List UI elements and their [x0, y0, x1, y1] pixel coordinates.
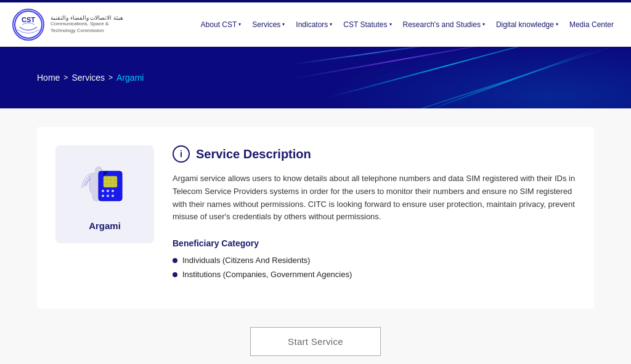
service-title-row: i Service Description: [173, 145, 576, 163]
content-card: Argami i Service Description Argami serv…: [37, 127, 594, 309]
nav-research-studies[interactable]: Research's and Studies ▾: [398, 17, 490, 33]
header: CST هيئة الاتصالات والفضاء والتقنية Comm…: [0, 2, 631, 47]
svg-rect-4: [104, 176, 117, 187]
main-content: Argami i Service Description Argami serv…: [0, 108, 631, 364]
main-nav: About CST ▾ Services ▾ Indicators ▾ CST …: [148, 17, 619, 33]
service-label: Argami: [89, 220, 121, 231]
nav-cst-statutes[interactable]: CST Statutes ▾: [338, 17, 396, 33]
breadcrumb-home[interactable]: Home: [37, 73, 60, 83]
cst-logo: CST: [12, 9, 44, 41]
chevron-down-icon: ▾: [482, 22, 485, 27]
beneficiary-item-1: Individuals (Citizens And Residents): [173, 256, 576, 265]
info-icon: i: [173, 145, 190, 163]
svg-point-10: [102, 190, 104, 192]
svg-point-13: [102, 195, 104, 197]
service-title: Service Description: [196, 147, 311, 161]
bullet-icon: [173, 272, 177, 277]
breadcrumb-sep-1: >: [63, 73, 68, 82]
beneficiary-list: Individuals (Citizens And Residents) Ins…: [173, 256, 576, 279]
sim-card-icon: [77, 158, 132, 213]
chevron-down-icon: ▾: [282, 22, 285, 27]
chevron-down-icon: ▾: [389, 22, 392, 27]
svg-text:CST: CST: [22, 16, 35, 23]
logo-arabic: هيئة الاتصالات والفضاء والتقنية: [51, 15, 123, 21]
start-service-section: Start Service: [37, 327, 594, 356]
breadcrumb: Home > Services > Argami: [37, 73, 144, 83]
service-description-panel: i Service Description Argami service all…: [173, 145, 576, 284]
svg-point-15: [112, 195, 114, 197]
svg-point-12: [112, 190, 114, 192]
nav-media-center[interactable]: Media Center: [564, 17, 619, 33]
hero-banner: Home > Services > Argami: [0, 47, 631, 108]
logo-english-2: Technology Commission: [51, 28, 123, 34]
chevron-down-icon: ▾: [556, 22, 558, 27]
logo-english-1: Communications, Space &: [51, 21, 123, 27]
logo-area: CST هيئة الاتصالات والفضاء والتقنية Comm…: [12, 9, 148, 41]
start-service-button[interactable]: Start Service: [250, 327, 381, 356]
beneficiary-category-title: Beneficiary Category: [173, 238, 576, 248]
svg-point-0: [15, 11, 42, 38]
breadcrumb-current: Argami: [116, 73, 144, 83]
chevron-down-icon: ▾: [330, 22, 332, 27]
nav-about-cst[interactable]: About CST ▾: [196, 17, 246, 33]
breadcrumb-sep-2: >: [108, 73, 113, 82]
svg-point-11: [107, 190, 109, 192]
nav-indicators[interactable]: Indicators ▾: [291, 17, 337, 33]
logo-text: هيئة الاتصالات والفضاء والتقنية Communic…: [51, 15, 123, 34]
nav-services[interactable]: Services ▾: [247, 17, 290, 33]
svg-point-14: [107, 195, 109, 197]
beneficiary-item-2: Institutions (Companies, Government Agen…: [173, 270, 576, 279]
nav-digital-knowledge[interactable]: Digital knowledge ▾: [491, 17, 563, 33]
bullet-icon: [173, 258, 177, 263]
breadcrumb-services[interactable]: Services: [71, 73, 105, 83]
chevron-down-icon: ▾: [238, 22, 241, 27]
service-icon-card: Argami: [55, 145, 154, 243]
service-description-text: Argami service allows users to know deta…: [173, 172, 576, 224]
